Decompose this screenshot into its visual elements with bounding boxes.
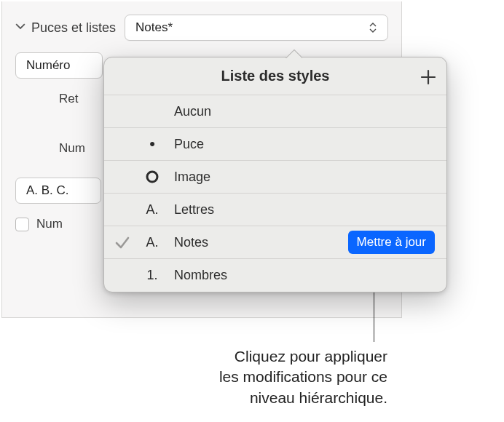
- letters-prefix-icon: A.: [142, 202, 162, 218]
- style-label: Nombres: [174, 268, 227, 283]
- update-style-button[interactable]: Mettre à jour: [348, 231, 435, 254]
- style-list: Aucun • Puce Image A. Lettres: [104, 95, 446, 292]
- style-item-aucun[interactable]: Aucun: [104, 95, 446, 128]
- check-icon: [114, 234, 130, 250]
- image-bullet-icon: [142, 170, 162, 184]
- caption-text: Cliquez pour appliquer les modifications…: [133, 346, 387, 408]
- list-style-dropdown[interactable]: Notes*: [125, 15, 388, 41]
- style-item-image[interactable]: Image: [104, 161, 446, 194]
- notes-prefix-icon: A.: [142, 235, 162, 250]
- bullets-lists-row: Puces et listes Notes*: [2, 1, 401, 49]
- popover-header: Liste des styles: [104, 57, 446, 95]
- numbered-checkbox[interactable]: [15, 218, 29, 231]
- numbers-prefix-icon: 1.: [142, 268, 162, 283]
- popover-title: Liste des styles: [221, 68, 330, 84]
- style-label: Notes: [174, 235, 208, 250]
- style-item-puce[interactable]: • Puce: [104, 128, 446, 161]
- chevron-down-icon: [15, 21, 25, 34]
- bullet-icon: •: [142, 136, 162, 152]
- dropdown-value: Notes*: [135, 20, 173, 35]
- styles-popover: Liste des styles Aucun • Puce Image A.: [103, 57, 447, 292]
- number-format-dropdown[interactable]: A. B. C.: [15, 178, 101, 204]
- add-style-button[interactable]: [419, 68, 438, 87]
- updown-arrows-icon: [369, 23, 377, 33]
- style-label: Lettres: [174, 202, 214, 218]
- style-item-nombres[interactable]: 1. Nombres: [104, 259, 446, 292]
- numbered-checkbox-label: Num: [36, 217, 63, 231]
- style-item-notes[interactable]: A. Notes Mettre à jour: [104, 226, 446, 259]
- section-title: Puces et listes: [31, 20, 116, 36]
- svg-point-0: [147, 172, 157, 182]
- style-item-lettres[interactable]: A. Lettres: [104, 194, 446, 226]
- style-label: Image: [174, 170, 210, 185]
- style-label: Aucun: [174, 104, 211, 119]
- number-type-dropdown[interactable]: Numéro: [15, 52, 103, 79]
- style-label: Puce: [174, 137, 204, 152]
- disclosure-toggle[interactable]: Puces et listes: [15, 20, 116, 36]
